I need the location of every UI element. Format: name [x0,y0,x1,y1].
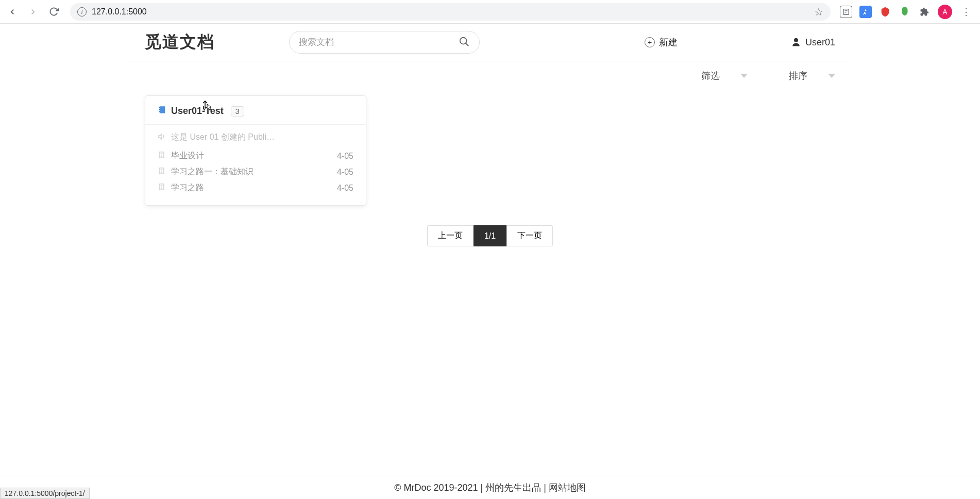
prev-page-button[interactable]: 上一页 [427,225,474,246]
next-page-button[interactable]: 下一页 [506,225,553,246]
document-icon [158,183,166,193]
translate-ext-icon[interactable] [859,6,872,18]
filter-label: 筛选 [701,70,720,82]
svg-point-1 [460,37,467,44]
forward-button[interactable] [26,5,40,19]
sort-label: 排序 [789,70,807,82]
doc-name: 毕业设计 [171,151,332,161]
plus-icon: + [645,37,655,47]
doc-date: 4-05 [337,152,353,161]
extensions-puzzle-icon[interactable] [918,6,931,18]
user-icon [791,37,801,47]
description-text: 这是 User 01 创建的 Publi… [171,132,275,143]
project-title-link[interactable]: User01-Test [171,106,224,117]
doc-date: 4-05 [337,168,353,177]
pagination: 上一页 1/1 下一页 [145,225,835,246]
document-icon [158,151,166,161]
new-label: 新建 [659,36,678,48]
chevron-down-icon [740,74,748,78]
new-button[interactable]: + 新建 [645,36,678,48]
svg-rect-4 [159,109,160,110]
filter-dropdown[interactable]: 筛选 [701,70,748,82]
reload-button[interactable] [46,5,61,19]
username-label: User01 [805,37,835,48]
extension-icons: A ⋮ [840,5,975,19]
search-box [289,31,480,54]
search-button[interactable] [459,36,470,49]
evernote-ext-icon[interactable] [899,6,911,18]
notebook-icon [158,105,167,117]
browser-toolbar: i 127.0.0.1:5000 ☆ A ⋮ [0,0,980,24]
svg-rect-5 [159,111,160,112]
project-description: 这是 User 01 创建的 Publi… [158,132,353,143]
user-menu[interactable]: User01 [791,37,835,48]
svg-rect-3 [159,107,160,108]
document-icon [158,167,166,177]
doc-row[interactable]: 学习之路一：基础知识 4-05 [158,164,353,180]
url-text: 127.0.0.1:5000 [92,7,147,16]
project-card: User01-Test 3 这是 User 01 创建的 Publi… 毕业设计… [145,95,366,206]
doc-count-badge: 3 [231,106,244,117]
sort-dropdown[interactable]: 排序 [789,70,835,82]
current-page-indicator: 1/1 [474,225,506,246]
doc-name: 学习之路一：基础知识 [171,167,332,177]
chevron-down-icon [828,74,835,78]
search-input[interactable] [299,37,459,47]
ublock-ext-icon[interactable] [879,6,891,18]
doc-date: 4-05 [337,184,353,193]
site-logo[interactable]: 觅道文档 [145,31,289,54]
filter-bar: 筛选 排序 [129,61,851,90]
bookmark-star-icon[interactable]: ☆ [814,6,823,18]
profile-avatar[interactable]: A [938,5,952,19]
card-header: User01-Test 3 [145,96,366,125]
speaker-icon [158,132,166,143]
content-area: User01-Test 3 这是 User 01 创建的 Publi… 毕业设计… [129,90,851,252]
doc-row[interactable]: 毕业设计 4-05 [158,148,353,164]
address-bar[interactable]: i 127.0.0.1:5000 ☆ [70,3,831,21]
site-info-icon[interactable]: i [77,7,87,16]
page-header: 觅道文档 + 新建 User01 [129,24,851,61]
doc-row[interactable]: 学习之路 4-05 [158,180,353,196]
reader-ext-icon[interactable] [840,6,852,18]
browser-menu-icon[interactable]: ⋮ [959,6,973,18]
doc-name: 学习之路 [171,182,332,193]
back-button[interactable] [5,5,20,19]
svg-rect-2 [160,106,165,113]
card-body: 这是 User 01 创建的 Publi… 毕业设计 4-05 学习之路一：基础… [145,125,366,205]
